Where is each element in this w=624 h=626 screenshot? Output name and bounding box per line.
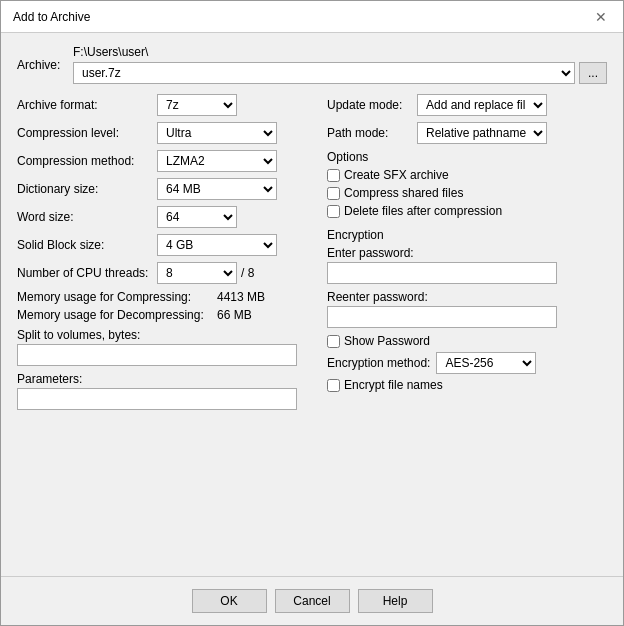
encryption-method-label: Encryption method:: [327, 356, 430, 370]
reenter-password-label: Reenter password:: [327, 290, 607, 304]
archive-format-row: Archive format: 7z: [17, 94, 317, 116]
params-label: Parameters:: [17, 372, 317, 386]
path-mode-select[interactable]: Relative pathnames: [417, 122, 547, 144]
archive-row: Archive: F:\Users\user\ user.7z ...: [17, 45, 607, 84]
memory-decompress-value: 66 MB: [217, 308, 252, 322]
compression-method-label: Compression method:: [17, 154, 157, 168]
options-title: Options: [327, 150, 607, 164]
delete-after-label: Delete files after compression: [344, 204, 502, 218]
memory-compress-label: Memory usage for Compressing:: [17, 290, 217, 304]
dialog-title: Add to Archive: [13, 10, 90, 24]
encryption-section: Encryption Enter password: Reenter passw…: [327, 228, 607, 392]
enter-password-label: Enter password:: [327, 246, 607, 260]
encrypt-names-label: Encrypt file names: [344, 378, 443, 392]
word-size-label: Word size:: [17, 210, 157, 224]
compression-level-label: Compression level:: [17, 126, 157, 140]
path-mode-label: Path mode:: [327, 126, 417, 140]
archive-format-label: Archive format:: [17, 98, 157, 112]
path-mode-row: Path mode: Relative pathnames: [327, 122, 607, 144]
encryption-method-row: Encryption method: AES-256: [327, 352, 607, 374]
ok-button[interactable]: OK: [192, 589, 267, 613]
right-column: Update mode: Add and replace files Path …: [327, 94, 607, 410]
memory-decompress-row: Memory usage for Decompressing: 66 MB: [17, 308, 317, 322]
archive-select-row: user.7z ...: [73, 62, 607, 84]
help-button[interactable]: Help: [358, 589, 433, 613]
show-password-checkbox[interactable]: [327, 335, 340, 348]
update-mode-label: Update mode:: [327, 98, 417, 112]
cpu-of-label: / 8: [241, 266, 254, 280]
archive-path-container: F:\Users\user\ user.7z ...: [73, 45, 607, 84]
compression-method-select[interactable]: LZMA2: [157, 150, 277, 172]
archive-path-text: F:\Users\user\: [73, 45, 607, 59]
dialog-content: Archive: F:\Users\user\ user.7z ... Arch…: [1, 33, 623, 576]
archive-filename-select[interactable]: user.7z: [73, 62, 575, 84]
word-size-select[interactable]: 64: [157, 206, 237, 228]
title-bar: Add to Archive ✕: [1, 1, 623, 33]
compress-shared-label: Compress shared files: [344, 186, 463, 200]
archive-format-select[interactable]: 7z: [157, 94, 237, 116]
encryption-title: Encryption: [327, 228, 607, 242]
create-sfx-checkbox[interactable]: [327, 169, 340, 182]
left-column: Archive format: 7z Compression level: Ul…: [17, 94, 317, 410]
solid-block-label: Solid Block size:: [17, 238, 157, 252]
update-mode-select[interactable]: Add and replace files: [417, 94, 547, 116]
delete-after-row: Delete files after compression: [327, 204, 607, 218]
archive-label: Archive:: [17, 58, 67, 72]
encrypt-names-row: Encrypt file names: [327, 378, 607, 392]
show-password-label: Show Password: [344, 334, 430, 348]
solid-block-select[interactable]: 4 GB: [157, 234, 277, 256]
dictionary-size-row: Dictionary size: 64 MB: [17, 178, 317, 200]
create-sfx-row: Create SFX archive: [327, 168, 607, 182]
cpu-threads-label: Number of CPU threads:: [17, 266, 157, 280]
dictionary-size-select[interactable]: 64 MB: [157, 178, 277, 200]
memory-compress-row: Memory usage for Compressing: 4413 MB: [17, 290, 317, 304]
memory-compress-value: 4413 MB: [217, 290, 265, 304]
create-sfx-label: Create SFX archive: [344, 168, 449, 182]
split-section: Split to volumes, bytes:: [17, 328, 317, 366]
solid-block-row: Solid Block size: 4 GB: [17, 234, 317, 256]
update-mode-row: Update mode: Add and replace files: [327, 94, 607, 116]
params-section: Parameters:: [17, 372, 317, 410]
word-size-row: Word size: 64: [17, 206, 317, 228]
compression-level-select[interactable]: Ultra: [157, 122, 277, 144]
reenter-password-input[interactable]: [327, 306, 557, 328]
encryption-method-select[interactable]: AES-256: [436, 352, 536, 374]
dialog: Add to Archive ✕ Archive: F:\Users\user\…: [0, 0, 624, 626]
cpu-threads-row: Number of CPU threads: 8 / 8: [17, 262, 317, 284]
button-bar: OK Cancel Help: [1, 576, 623, 625]
split-label: Split to volumes, bytes:: [17, 328, 317, 342]
params-input[interactable]: [17, 388, 297, 410]
compression-level-row: Compression level: Ultra: [17, 122, 317, 144]
options-section: Options Create SFX archive Compress shar…: [327, 150, 607, 218]
browse-button[interactable]: ...: [579, 62, 607, 84]
cpu-threads-select[interactable]: 8: [157, 262, 237, 284]
main-columns: Archive format: 7z Compression level: Ul…: [17, 94, 607, 410]
close-button[interactable]: ✕: [591, 7, 611, 27]
memory-decompress-label: Memory usage for Decompressing:: [17, 308, 217, 322]
split-input[interactable]: [17, 344, 297, 366]
encrypt-names-checkbox[interactable]: [327, 379, 340, 392]
show-password-row: Show Password: [327, 334, 607, 348]
compress-shared-row: Compress shared files: [327, 186, 607, 200]
compress-shared-checkbox[interactable]: [327, 187, 340, 200]
compression-method-row: Compression method: LZMA2: [17, 150, 317, 172]
cancel-button[interactable]: Cancel: [275, 589, 350, 613]
delete-after-checkbox[interactable]: [327, 205, 340, 218]
enter-password-input[interactable]: [327, 262, 557, 284]
dictionary-size-label: Dictionary size:: [17, 182, 157, 196]
cpu-row: 8 / 8: [157, 262, 254, 284]
